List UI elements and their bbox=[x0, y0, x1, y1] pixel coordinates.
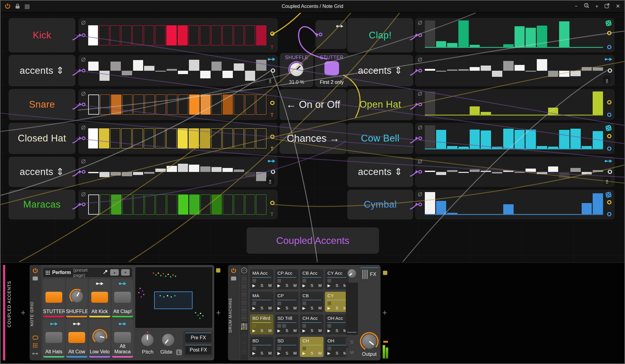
step-cell[interactable] bbox=[155, 25, 165, 45]
accent-bar[interactable] bbox=[492, 55, 502, 86]
accent-bar[interactable] bbox=[110, 157, 121, 187]
accents-sequencer-module[interactable]: Ø± bbox=[78, 157, 278, 187]
accent-bar[interactable] bbox=[245, 157, 255, 187]
trigger-out-port[interactable] bbox=[607, 100, 612, 106]
row-label-module[interactable]: Cow Bell bbox=[347, 123, 413, 154]
accent-bar[interactable] bbox=[526, 55, 536, 86]
polarity-button[interactable]: ± bbox=[603, 76, 611, 84]
row-label-module[interactable]: Open Hat bbox=[347, 89, 413, 120]
accent-bar[interactable] bbox=[447, 55, 457, 86]
pad-bank-cell[interactable] bbox=[241, 323, 242, 325]
sequencer-in-port[interactable] bbox=[416, 102, 422, 108]
macro-stutter[interactable]: STUTTER bbox=[43, 279, 65, 317]
accent-bar[interactable] bbox=[447, 157, 457, 187]
step-cell[interactable] bbox=[234, 128, 244, 148]
pad-solo-button[interactable]: S bbox=[261, 328, 263, 333]
accent-bar[interactable] bbox=[200, 55, 211, 86]
step-cell[interactable] bbox=[234, 95, 244, 115]
chance-bar[interactable] bbox=[537, 26, 547, 47]
macro-knob[interactable] bbox=[69, 289, 85, 304]
row-label-module[interactable]: Kick bbox=[9, 18, 75, 52]
pad-bank-cell[interactable] bbox=[244, 325, 246, 326]
glide-mod-badge[interactable]: L bbox=[176, 349, 182, 355]
close-button[interactable]: ✕ bbox=[616, 3, 620, 9]
polarity-button[interactable]: ± bbox=[603, 177, 611, 184]
step-cell[interactable] bbox=[88, 95, 99, 115]
step-cell[interactable] bbox=[133, 95, 144, 115]
accent-bar[interactable] bbox=[245, 55, 255, 86]
step-cell[interactable] bbox=[145, 194, 155, 215]
pad-solo-button[interactable]: S bbox=[261, 306, 263, 310]
keyboard-map-icon[interactable] bbox=[241, 275, 247, 321]
stutter-button[interactable] bbox=[324, 61, 339, 75]
drum-pad-cpacc[interactable]: CP Acc▶SM bbox=[275, 269, 298, 289]
sequencer-in-port[interactable] bbox=[416, 33, 422, 39]
remote-controls-icon[interactable] bbox=[33, 336, 38, 340]
pad-solo-button[interactable]: S bbox=[311, 328, 313, 333]
chance-bar[interactable] bbox=[458, 20, 469, 47]
pad-solo-button[interactable]: S bbox=[261, 351, 263, 355]
step-cell[interactable] bbox=[156, 95, 166, 115]
step-cell[interactable] bbox=[122, 95, 133, 115]
pad-bank-cell[interactable] bbox=[246, 328, 247, 330]
chance-bar[interactable] bbox=[436, 130, 446, 148]
module-in-port[interactable] bbox=[316, 32, 322, 38]
add-track-device-button[interactable]: + bbox=[21, 308, 25, 317]
macro-toggle-button[interactable] bbox=[91, 292, 108, 303]
accent-bar[interactable] bbox=[537, 55, 547, 86]
pad-solo-button[interactable]: S bbox=[336, 306, 338, 310]
pad-bank-cell[interactable] bbox=[246, 325, 247, 326]
pad-solo-button[interactable]: S bbox=[311, 306, 313, 310]
accent-bar[interactable] bbox=[167, 55, 177, 86]
chance-bar[interactable] bbox=[570, 129, 581, 148]
pad-solo-button[interactable]: S bbox=[286, 351, 288, 355]
pad-bank-cell[interactable] bbox=[246, 327, 247, 328]
chance-bar[interactable] bbox=[425, 192, 435, 214]
accent-bar[interactable] bbox=[110, 55, 121, 86]
accent-bar[interactable] bbox=[211, 55, 222, 86]
shuffle-knob[interactable] bbox=[288, 61, 305, 78]
modulators-icon[interactable] bbox=[33, 343, 38, 348]
drum-pad-cbacc[interactable]: CB Acc▶SM bbox=[300, 269, 323, 289]
step-cell[interactable] bbox=[189, 194, 200, 215]
pad-play-button[interactable]: ▶ bbox=[252, 283, 255, 288]
accent-bar[interactable] bbox=[570, 55, 581, 86]
add-device-button[interactable]: + bbox=[382, 308, 387, 317]
kick-sequencer-module[interactable]: ØT bbox=[78, 18, 278, 52]
shuffle-module[interactable]: SHUFFLE 31.0 % bbox=[280, 53, 313, 87]
step-cell[interactable] bbox=[144, 25, 154, 45]
accent-bar[interactable] bbox=[470, 157, 480, 187]
pad-bank-cell[interactable] bbox=[244, 323, 246, 325]
step-cell[interactable] bbox=[100, 95, 110, 115]
sequencer-in-port[interactable] bbox=[79, 102, 85, 108]
note-io-indicator[interactable] bbox=[216, 268, 220, 273]
step-cell[interactable] bbox=[189, 25, 199, 45]
sequencer-in-port[interactable] bbox=[79, 33, 85, 39]
chance-bar[interactable] bbox=[548, 108, 558, 115]
cowbell-sequencer-module[interactable]: Ø bbox=[415, 123, 615, 154]
macro-toggle-button[interactable] bbox=[114, 292, 131, 303]
step-cell[interactable] bbox=[121, 128, 132, 148]
accent-bar[interactable] bbox=[222, 55, 233, 86]
step-cell[interactable] bbox=[110, 25, 121, 45]
row-label-module[interactable]: Clap! bbox=[347, 18, 413, 52]
step-cell[interactable] bbox=[155, 128, 165, 148]
accent-bar[interactable] bbox=[222, 157, 233, 187]
accent-bar[interactable] bbox=[189, 157, 199, 187]
cymbal-sequencer-module[interactable]: Ø bbox=[415, 190, 615, 219]
dice-icon[interactable] bbox=[605, 191, 612, 200]
step-cell[interactable] bbox=[200, 25, 210, 45]
macro-toggle-button[interactable] bbox=[45, 292, 62, 303]
pad-play-button[interactable]: ▶ bbox=[277, 351, 280, 355]
pad-play-button[interactable]: ▶ bbox=[327, 306, 331, 310]
row-label-module[interactable]: Maracas bbox=[9, 190, 75, 219]
pad-play-button[interactable]: ▶ bbox=[302, 306, 305, 310]
step-cell[interactable] bbox=[211, 25, 222, 45]
comment-banner[interactable]: Coupled Accents bbox=[247, 227, 379, 254]
drum-pad-cb[interactable]: CB▶SM bbox=[300, 292, 323, 312]
trigger-out-port[interactable] bbox=[270, 134, 275, 141]
pad-mute-button[interactable]: M bbox=[268, 283, 272, 288]
chance-bar[interactable] bbox=[515, 130, 525, 148]
step-cell[interactable] bbox=[178, 95, 189, 115]
chance-bar[interactable] bbox=[559, 21, 569, 47]
